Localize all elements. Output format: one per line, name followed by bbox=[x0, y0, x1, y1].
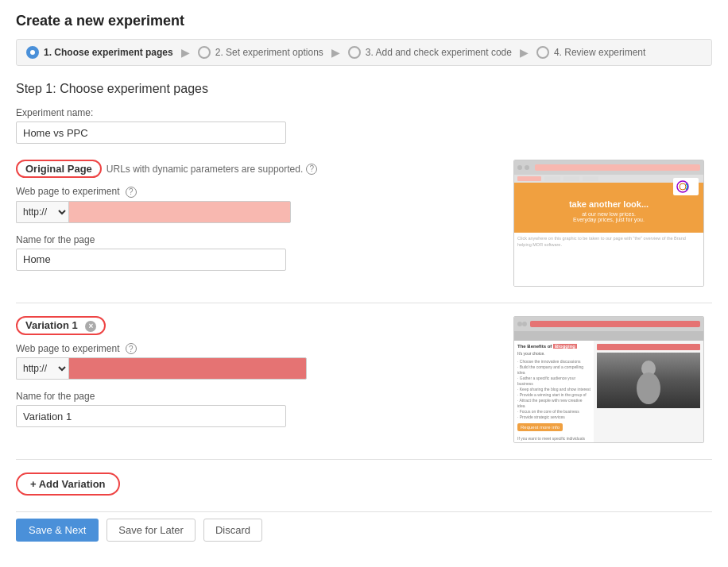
original-name-group: Name for the page bbox=[16, 234, 498, 271]
thumb-banner-content: take another look... at our new low pric… bbox=[569, 199, 649, 222]
section-title: Step 1: Choose experiment pages bbox=[16, 82, 712, 96]
original-page-subtitle: URLs with dynamic parameters are support… bbox=[106, 164, 303, 175]
step-4-label: 4. Review experiment bbox=[554, 47, 645, 58]
variation1-thumbnail: The Benefits of Blogging It's your choic… bbox=[513, 316, 712, 443]
thumb-logo-area bbox=[673, 178, 699, 195]
thumb-url-bar bbox=[535, 164, 700, 171]
save-next-button[interactable]: Save & Next bbox=[16, 519, 99, 542]
original-page-left: Original Page URLs with dynamic paramete… bbox=[16, 160, 498, 282]
experiment-name-label: Experiment name: bbox=[16, 107, 712, 118]
thumb-header bbox=[514, 160, 703, 175]
experiment-name-input[interactable] bbox=[16, 122, 286, 144]
thumb-banner: take another look... at our new low pric… bbox=[514, 189, 703, 233]
section-divider-2 bbox=[16, 459, 712, 460]
original-page-label: Original Page bbox=[16, 160, 102, 178]
original-url-input[interactable] bbox=[68, 201, 291, 223]
v1-thumb-main bbox=[594, 341, 703, 443]
original-name-input[interactable] bbox=[16, 249, 286, 271]
step-arrow-3: ▶ bbox=[520, 46, 529, 59]
v1-thumb-sidebar: The Benefits of Blogging It's your choic… bbox=[514, 341, 594, 443]
variation1-preview-thumbnail: The Benefits of Blogging It's your choic… bbox=[513, 316, 704, 443]
svg-point-3 bbox=[637, 372, 660, 404]
variation1-name-label: Name for the page bbox=[16, 391, 498, 402]
step-4[interactable]: 4. Review experiment bbox=[536, 46, 645, 59]
step-2-label: 2. Set experiment options bbox=[215, 47, 323, 58]
original-url-label: Web page to experiment ? bbox=[16, 186, 498, 198]
thumb-body-container: take another look... at our new low pric… bbox=[514, 175, 703, 287]
experiment-name-section: Experiment name: bbox=[16, 107, 712, 144]
step-1-label: 1. Choose experiment pages bbox=[44, 47, 173, 58]
step-4-circle bbox=[536, 46, 549, 59]
v1-thumb-nav bbox=[514, 331, 703, 341]
variation1-header: Variation 1 × bbox=[16, 316, 498, 335]
variation1-url-input[interactable] bbox=[68, 357, 307, 380]
v1-thumb-header bbox=[514, 317, 703, 331]
v1-thumb-content: The Benefits of Blogging It's your choic… bbox=[514, 341, 703, 443]
variation1-name-group: Name for the page bbox=[16, 391, 498, 427]
variation1-url-row: http:// https:// bbox=[16, 357, 498, 380]
original-page-section: Original Page URLs with dynamic paramete… bbox=[16, 160, 712, 287]
save-later-button[interactable]: Save for Later bbox=[106, 519, 196, 542]
step-3[interactable]: 3. Add and check experiment code bbox=[348, 46, 512, 59]
variation1-remove-icon[interactable]: × bbox=[85, 321, 96, 332]
v1-thumb-url-bar bbox=[530, 321, 700, 327]
variation1-url-help-icon[interactable]: ? bbox=[126, 343, 137, 354]
thumb-dot-1 bbox=[517, 165, 522, 170]
variation1-protocol-select[interactable]: http:// https:// bbox=[16, 357, 68, 380]
section-divider-1 bbox=[16, 303, 712, 303]
original-preview-thumbnail: take another look... at our new low pric… bbox=[513, 160, 704, 287]
step-1[interactable]: 1. Choose experiment pages bbox=[26, 46, 173, 59]
svg-point-0 bbox=[677, 181, 688, 192]
variation1-section: Variation 1 × Web page to experiment ? h… bbox=[16, 316, 712, 443]
add-variation-button[interactable]: + Add Variation bbox=[16, 472, 120, 496]
thumb-dot-2 bbox=[525, 165, 529, 170]
variation1-name-input[interactable] bbox=[16, 405, 286, 427]
thumb-banner-text: take another look... bbox=[569, 199, 649, 210]
discard-button[interactable]: Discard bbox=[203, 519, 262, 542]
v1-thumb-dot-2 bbox=[522, 322, 527, 326]
variation1-left: Variation 1 × Web page to experiment ? h… bbox=[16, 316, 498, 438]
step-arrow-2: ▶ bbox=[331, 46, 340, 59]
original-page-header: Original Page URLs with dynamic paramete… bbox=[16, 160, 498, 178]
svg-point-1 bbox=[680, 183, 686, 190]
stepper: 1. Choose experiment pages ▶ 2. Set expe… bbox=[16, 39, 712, 66]
v1-request-btn: Request more info bbox=[517, 423, 591, 434]
thumb-footer-text: Click anywhere on this graphic to be tak… bbox=[514, 233, 703, 251]
original-name-label: Name for the page bbox=[16, 234, 498, 245]
page-title: Create a new experiment bbox=[16, 13, 712, 29]
step-1-circle bbox=[26, 46, 39, 59]
original-protocol-select[interactable]: http:// https:// bbox=[16, 201, 68, 223]
v1-red-bar bbox=[597, 344, 700, 350]
thumb-banner-sub: at our new low prices.Everyday prices, j… bbox=[569, 211, 649, 222]
step-2[interactable]: 2. Set experiment options bbox=[198, 46, 323, 59]
step-2-circle bbox=[198, 46, 211, 59]
step-arrow-1: ▶ bbox=[181, 46, 190, 59]
original-url-row: http:// https:// bbox=[16, 201, 498, 223]
step-3-circle bbox=[348, 46, 361, 59]
step-3-label: 3. Add and check experiment code bbox=[366, 47, 512, 58]
original-url-group: Web page to experiment ? http:// https:/… bbox=[16, 186, 498, 223]
original-page-thumbnail: take another look... at our new low pric… bbox=[513, 160, 712, 287]
variation1-url-group: Web page to experiment ? http:// https:/… bbox=[16, 343, 498, 380]
original-page-help-icon[interactable]: ? bbox=[306, 164, 317, 175]
footer-buttons: Save & Next Save for Later Discard bbox=[16, 511, 712, 542]
v1-person-image bbox=[597, 353, 700, 408]
original-url-help-icon[interactable]: ? bbox=[126, 187, 137, 198]
variation1-label: Variation 1 × bbox=[16, 316, 106, 335]
variation1-url-label: Web page to experiment ? bbox=[16, 343, 498, 355]
